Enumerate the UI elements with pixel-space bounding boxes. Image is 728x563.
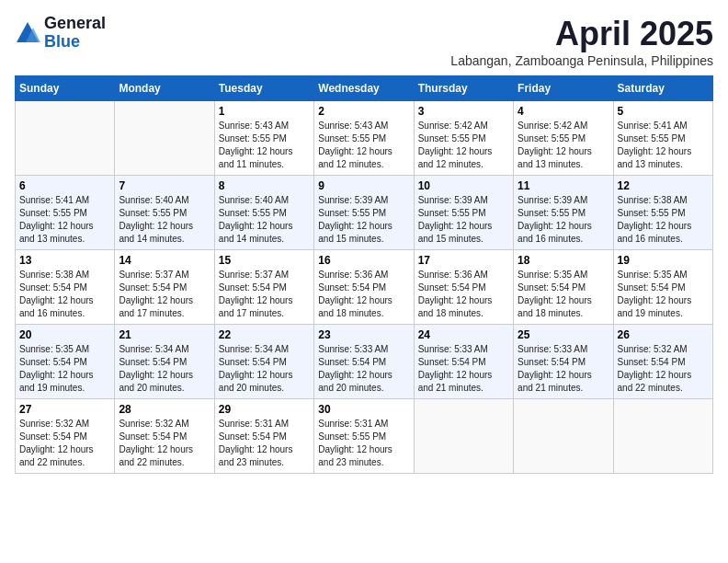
day-number: 4 <box>518 105 609 118</box>
logo: General Blue <box>15 15 106 52</box>
day-info: Sunrise: 5:32 AMSunset: 5:54 PMDaylight:… <box>19 418 110 469</box>
day-number: 18 <box>518 254 609 267</box>
day-number: 30 <box>318 403 409 416</box>
header-day-thursday: Thursday <box>414 76 513 101</box>
calendar-cell <box>414 399 513 474</box>
day-number: 10 <box>418 179 509 192</box>
calendar-cell: 16Sunrise: 5:36 AMSunset: 5:54 PMDayligh… <box>314 250 414 325</box>
day-number: 27 <box>19 403 110 416</box>
logo-icon <box>15 20 40 46</box>
day-info: Sunrise: 5:39 AMSunset: 5:55 PMDaylight:… <box>518 194 609 246</box>
day-number: 22 <box>219 328 310 341</box>
calendar-cell: 12Sunrise: 5:38 AMSunset: 5:55 PMDayligh… <box>613 176 712 250</box>
calendar-cell: 28Sunrise: 5:32 AMSunset: 5:54 PMDayligh… <box>115 399 214 474</box>
header-day-friday: Friday <box>514 76 613 101</box>
day-info: Sunrise: 5:36 AMSunset: 5:54 PMDaylight:… <box>318 269 409 320</box>
calendar-cell: 23Sunrise: 5:33 AMSunset: 5:54 PMDayligh… <box>314 325 414 399</box>
header-day-tuesday: Tuesday <box>214 76 313 101</box>
calendar-body: 1Sunrise: 5:43 AMSunset: 5:55 PMDaylight… <box>16 101 713 474</box>
calendar-cell: 5Sunrise: 5:41 AMSunset: 5:55 PMDaylight… <box>613 101 712 176</box>
day-info: Sunrise: 5:43 AMSunset: 5:55 PMDaylight:… <box>219 120 310 171</box>
day-info: Sunrise: 5:33 AMSunset: 5:54 PMDaylight:… <box>318 343 409 395</box>
day-number: 12 <box>618 179 709 192</box>
day-info: Sunrise: 5:31 AMSunset: 5:55 PMDaylight:… <box>318 418 409 469</box>
day-number: 25 <box>518 328 609 341</box>
day-number: 23 <box>318 328 409 341</box>
day-number: 28 <box>119 403 210 416</box>
logo-general-text: General <box>44 15 106 33</box>
calendar-cell <box>514 399 613 474</box>
calendar-cell: 11Sunrise: 5:39 AMSunset: 5:55 PMDayligh… <box>514 176 613 250</box>
day-info: Sunrise: 5:32 AMSunset: 5:54 PMDaylight:… <box>119 418 210 469</box>
calendar-cell <box>115 101 214 176</box>
calendar-cell: 30Sunrise: 5:31 AMSunset: 5:55 PMDayligh… <box>314 399 414 474</box>
day-info: Sunrise: 5:32 AMSunset: 5:54 PMDaylight:… <box>618 343 709 395</box>
calendar-cell: 8Sunrise: 5:40 AMSunset: 5:55 PMDaylight… <box>214 176 313 250</box>
day-info: Sunrise: 5:39 AMSunset: 5:55 PMDaylight:… <box>318 194 409 246</box>
logo-blue-text: Blue <box>44 33 106 52</box>
day-number: 6 <box>19 179 110 192</box>
calendar-cell <box>613 399 712 474</box>
calendar-cell: 4Sunrise: 5:42 AMSunset: 5:55 PMDaylight… <box>514 101 613 176</box>
day-number: 8 <box>219 179 310 192</box>
day-info: Sunrise: 5:42 AMSunset: 5:55 PMDaylight:… <box>418 120 509 171</box>
day-number: 20 <box>19 328 110 341</box>
calendar-cell: 19Sunrise: 5:35 AMSunset: 5:54 PMDayligh… <box>613 250 712 325</box>
day-info: Sunrise: 5:38 AMSunset: 5:55 PMDaylight:… <box>618 194 709 246</box>
calendar-cell: 25Sunrise: 5:33 AMSunset: 5:54 PMDayligh… <box>514 325 613 399</box>
day-number: 1 <box>219 105 310 118</box>
day-number: 14 <box>119 254 210 267</box>
calendar-week-1: 1Sunrise: 5:43 AMSunset: 5:55 PMDaylight… <box>16 101 713 176</box>
day-number: 26 <box>618 328 709 341</box>
day-info: Sunrise: 5:39 AMSunset: 5:55 PMDaylight:… <box>418 194 509 246</box>
day-info: Sunrise: 5:41 AMSunset: 5:55 PMDaylight:… <box>19 194 110 246</box>
calendar-cell: 14Sunrise: 5:37 AMSunset: 5:54 PMDayligh… <box>115 250 214 325</box>
calendar-cell: 29Sunrise: 5:31 AMSunset: 5:54 PMDayligh… <box>214 399 313 474</box>
day-number: 19 <box>618 254 709 267</box>
day-info: Sunrise: 5:33 AMSunset: 5:54 PMDaylight:… <box>518 343 609 395</box>
calendar-cell: 6Sunrise: 5:41 AMSunset: 5:55 PMDaylight… <box>16 176 115 250</box>
calendar-cell: 20Sunrise: 5:35 AMSunset: 5:54 PMDayligh… <box>16 325 115 399</box>
day-info: Sunrise: 5:33 AMSunset: 5:54 PMDaylight:… <box>418 343 509 395</box>
day-info: Sunrise: 5:40 AMSunset: 5:55 PMDaylight:… <box>119 194 210 246</box>
day-info: Sunrise: 5:31 AMSunset: 5:54 PMDaylight:… <box>219 418 310 469</box>
calendar-table: SundayMondayTuesdayWednesdayThursdayFrid… <box>15 75 713 474</box>
day-number: 11 <box>518 179 609 192</box>
calendar-cell: 22Sunrise: 5:34 AMSunset: 5:54 PMDayligh… <box>214 325 313 399</box>
header-day-saturday: Saturday <box>613 76 712 101</box>
day-info: Sunrise: 5:35 AMSunset: 5:54 PMDaylight:… <box>618 269 709 320</box>
calendar-cell: 18Sunrise: 5:35 AMSunset: 5:54 PMDayligh… <box>514 250 613 325</box>
calendar-cell: 3Sunrise: 5:42 AMSunset: 5:55 PMDaylight… <box>414 101 513 176</box>
day-info: Sunrise: 5:40 AMSunset: 5:55 PMDaylight:… <box>219 194 310 246</box>
day-number: 16 <box>318 254 409 267</box>
location-subtitle: Labangan, Zamboanga Peninsula, Philippin… <box>450 53 713 68</box>
calendar-cell: 17Sunrise: 5:36 AMSunset: 5:54 PMDayligh… <box>414 250 513 325</box>
calendar-cell: 13Sunrise: 5:38 AMSunset: 5:54 PMDayligh… <box>16 250 115 325</box>
day-number: 21 <box>119 328 210 341</box>
day-info: Sunrise: 5:34 AMSunset: 5:54 PMDaylight:… <box>219 343 310 395</box>
day-info: Sunrise: 5:43 AMSunset: 5:55 PMDaylight:… <box>318 120 409 171</box>
day-number: 2 <box>318 105 409 118</box>
day-info: Sunrise: 5:36 AMSunset: 5:54 PMDaylight:… <box>418 269 509 320</box>
day-info: Sunrise: 5:37 AMSunset: 5:54 PMDaylight:… <box>219 269 310 320</box>
month-title: April 2025 <box>450 15 713 53</box>
day-info: Sunrise: 5:41 AMSunset: 5:55 PMDaylight:… <box>618 120 709 171</box>
calendar-week-2: 6Sunrise: 5:41 AMSunset: 5:55 PMDaylight… <box>16 176 713 250</box>
day-number: 9 <box>318 179 409 192</box>
calendar-cell: 26Sunrise: 5:32 AMSunset: 5:54 PMDayligh… <box>613 325 712 399</box>
day-info: Sunrise: 5:34 AMSunset: 5:54 PMDaylight:… <box>119 343 210 395</box>
day-number: 13 <box>19 254 110 267</box>
day-number: 24 <box>418 328 509 341</box>
calendar-cell: 15Sunrise: 5:37 AMSunset: 5:54 PMDayligh… <box>214 250 313 325</box>
calendar-cell <box>16 101 115 176</box>
calendar-cell: 1Sunrise: 5:43 AMSunset: 5:55 PMDaylight… <box>214 101 313 176</box>
header-day-monday: Monday <box>115 76 214 101</box>
calendar-cell: 10Sunrise: 5:39 AMSunset: 5:55 PMDayligh… <box>414 176 513 250</box>
calendar-cell: 7Sunrise: 5:40 AMSunset: 5:55 PMDaylight… <box>115 176 214 250</box>
day-info: Sunrise: 5:37 AMSunset: 5:54 PMDaylight:… <box>119 269 210 320</box>
calendar-cell: 9Sunrise: 5:39 AMSunset: 5:55 PMDaylight… <box>314 176 414 250</box>
calendar-cell: 27Sunrise: 5:32 AMSunset: 5:54 PMDayligh… <box>16 399 115 474</box>
day-number: 15 <box>219 254 310 267</box>
header-row: SundayMondayTuesdayWednesdayThursdayFrid… <box>16 76 713 101</box>
day-info: Sunrise: 5:38 AMSunset: 5:54 PMDaylight:… <box>19 269 110 320</box>
